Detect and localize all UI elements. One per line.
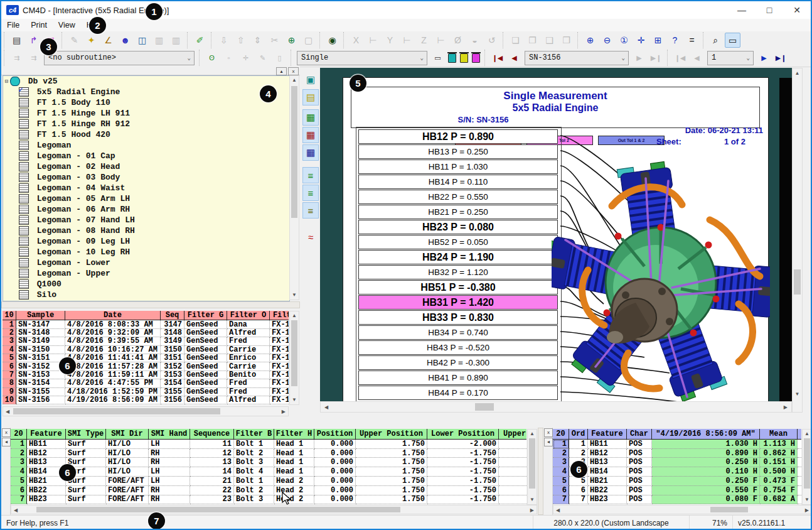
table-row[interactable]: 4SN-31504/8/2016 10:16:27 AM3150GenSeedC… <box>3 346 289 354</box>
edit-clean-icon[interactable]: ✎ <box>255 50 270 65</box>
doc-copy2-icon[interactable]: ▥ <box>168 33 184 48</box>
table-cell[interactable]: GenSeed <box>184 354 227 362</box>
table-cell[interactable]: LH <box>149 477 190 486</box>
table-cell[interactable]: -2.000 <box>427 440 499 449</box>
table-cell[interactable]: 0.000 <box>314 477 356 486</box>
align-top-icon[interactable]: ⇧ <box>233 33 248 48</box>
axis-x-plane-icon[interactable]: ⊢ <box>365 33 381 48</box>
row-number[interactable]: 9 <box>3 388 16 396</box>
sheet-prev-icon[interactable]: ◀ <box>689 50 705 65</box>
column-header[interactable]: SMI Hand <box>149 429 190 440</box>
approve-tool-icon[interactable]: ✦ <box>83 33 99 48</box>
column-header[interactable]: Position <box>314 429 356 440</box>
table-cell[interactable]: 4/8/2016 11:41:41 AM <box>65 354 161 362</box>
sheet-next-icon[interactable]: ▶ <box>756 50 772 65</box>
table-row[interactable]: 7HB23SurfFORE/AFTRH23Bolt 3Head 20.0001.… <box>11 495 526 505</box>
table-cell[interactable] <box>499 458 526 467</box>
measurement-row-HB14[interactable]: HB14 P = 0.110 <box>358 175 558 189</box>
column-header[interactable]: Filter B <box>234 429 274 440</box>
sample-dropdown[interactable]: SN-3156⌄ <box>525 51 629 65</box>
zoom-window-icon[interactable]: ⊞ <box>650 33 666 48</box>
table-cell[interactable]: FX-109 <box>270 362 289 370</box>
table-cell[interactable]: 4/8/2016 9:32:09 AM <box>65 329 161 337</box>
table-cell[interactable]: 0 <box>798 486 801 495</box>
table-cell[interactable]: 0 <box>798 458 801 467</box>
table-cell[interactable]: FORE/AFT <box>106 477 149 486</box>
table-cell[interactable]: Bolt 3 <box>234 458 274 467</box>
table-cell[interactable]: 1 <box>569 440 588 449</box>
minimize-button[interactable]: — <box>728 1 756 19</box>
table-cell[interactable]: HI/LO <box>106 440 149 449</box>
table-cell[interactable]: 0.250 F <box>652 477 760 486</box>
sheet-last-icon[interactable]: ▶❙ <box>773 50 789 65</box>
trend-chart-icon[interactable]: ≈ <box>302 229 319 245</box>
column-header[interactable]: St <box>798 429 801 440</box>
table-cell[interactable]: Surf <box>66 495 106 505</box>
table-cell[interactable]: GenSeed <box>184 337 227 345</box>
table-cell[interactable]: HB14 <box>588 467 627 477</box>
sample-prev-icon[interactable]: ◀ <box>506 50 522 65</box>
column-header[interactable]: Sequence <box>190 429 234 440</box>
table-row[interactable]: 1SN-31474/8/2016 8:08:33 AM3147GenSeedDa… <box>3 320 289 328</box>
table-cell[interactable]: POS <box>627 449 652 458</box>
table-cell[interactable]: GenSeed <box>184 329 227 337</box>
table-cell[interactable]: Fred <box>227 337 270 345</box>
table-cell[interactable]: Head 1 <box>274 440 314 449</box>
column-header[interactable]: Upper 2 P <box>499 429 526 440</box>
table-row[interactable]: 3HB13SurfHI/LORH13Bolt 3Head 10.0001.750… <box>11 458 526 467</box>
table-cell[interactable]: Carrie <box>227 346 270 354</box>
column-header[interactable]: Feature <box>588 429 627 440</box>
table-cell[interactable]: FX-110 <box>270 329 289 337</box>
table-corner[interactable]: 20 <box>553 429 569 440</box>
menu-file[interactable]: File <box>1 19 25 31</box>
dot-box-icon[interactable]: ▫ <box>221 50 237 65</box>
clipboard-icon[interactable]: ▯ <box>272 50 287 65</box>
tree-item[interactable]: Legoman - 10 Leg RH <box>3 247 289 257</box>
column-header[interactable]: SMI Type <box>66 429 106 440</box>
table-cell[interactable]: 0 <box>798 467 801 477</box>
axis-z-plane-icon[interactable]: ⊢ <box>433 33 449 48</box>
table-cell[interactable]: 1.750 <box>356 495 427 505</box>
table-cell[interactable]: 3150 <box>161 346 184 354</box>
row-number[interactable]: 10 <box>3 396 16 404</box>
table-cell[interactable]: LH <box>149 467 190 477</box>
table-row[interactable]: 11HB11POS1.030 H1.113 H0 <box>553 440 801 449</box>
tree-item[interactable]: Q1000 <box>3 279 289 289</box>
doc-copy-icon[interactable]: ▥ <box>151 33 167 48</box>
sample-first-icon[interactable]: ❙◀ <box>489 50 505 65</box>
table-row[interactable]: 1HB11SurfHI/LOLH11Bolt 1Head 10.0001.750… <box>11 440 526 449</box>
sample-hscrollbar[interactable]: ◀ ▶ <box>3 406 289 416</box>
measurement-row-HB43[interactable]: HB43 P = -0.520 <box>358 340 558 355</box>
table-cell[interactable]: 0.682 A <box>760 495 798 505</box>
table-cell[interactable]: SN-3147 <box>16 320 65 328</box>
table-row[interactable]: 44HB14POS0.110 H0.500 H0 <box>553 467 801 477</box>
table-cell[interactable]: 1.113 H <box>760 440 798 449</box>
table-cell[interactable]: POS <box>627 486 652 495</box>
tree-item[interactable]: Legoman <box>3 140 289 151</box>
table-cell[interactable]: Carrie <box>227 362 270 370</box>
table-cell[interactable]: 14 <box>190 467 234 477</box>
bottom-panels-splitter[interactable] <box>538 428 543 515</box>
view-rotate-icon[interactable]: ↺ <box>484 33 499 48</box>
table-cell[interactable]: 2 <box>569 449 588 458</box>
tree-item[interactable]: Legoman - 01 Cap <box>3 151 289 161</box>
table-cell[interactable]: 0.250 H <box>652 458 760 467</box>
row-number[interactable]: 3 <box>3 337 16 345</box>
cube-wire-icon[interactable]: ❒ <box>558 33 574 48</box>
table-row[interactable]: 33HB13POS0.250 H0.151 H0 <box>553 458 801 467</box>
measurement-row-HB41[interactable]: HB41 P = 0.890 <box>358 370 558 385</box>
row-number[interactable]: 5 <box>3 354 16 362</box>
measurement-row-HB21[interactable]: HB21 P = 0.250 <box>358 205 558 219</box>
table-corner[interactable]: 10 <box>3 311 16 320</box>
table-cell[interactable]: 0.000 <box>314 440 356 449</box>
row-number[interactable]: 5 <box>11 477 27 486</box>
table-row[interactable]: 8SN-31544/8/2016 4:47:55 PM3154GenSeedFr… <box>3 379 289 387</box>
table-cell[interactable]: 0.550 F <box>652 486 760 495</box>
table-cell[interactable]: GenSeed <box>184 371 227 379</box>
table-cell[interactable]: 0.080 F <box>652 495 760 505</box>
table-row[interactable]: 4HB14SurfHI/LOLH14Bolt 4Head 10.0001.750… <box>11 467 526 477</box>
table-cell[interactable]: 1.030 H <box>652 440 760 449</box>
table-cell[interactable]: Surf <box>66 440 106 449</box>
feature-vscrollbar[interactable]: ▲ ▼ <box>527 429 537 505</box>
fit-box-icon[interactable]: ▢ <box>301 33 316 48</box>
